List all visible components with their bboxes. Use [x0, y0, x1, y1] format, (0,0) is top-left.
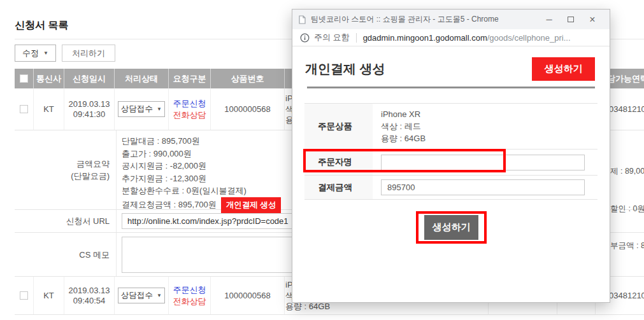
page-icon	[299, 15, 306, 24]
carrier-cell: KT	[34, 277, 64, 314]
right-partial-summary: 제 : 89,000 할인 : 0원 부금액 : 8	[610, 141, 644, 277]
request-type-cell: 주문신청 전화상담	[169, 277, 211, 314]
payment-amount-input[interactable]	[381, 179, 585, 195]
maximize-button[interactable]	[560, 11, 582, 29]
row-checkbox[interactable]	[20, 291, 28, 300]
payment-amount-label: 결제금액	[304, 176, 373, 199]
create-button-bottom[interactable]: 생성하기	[424, 215, 478, 240]
request-type-order: 주문신청	[173, 284, 206, 296]
applied-time: 09:41:30	[73, 109, 106, 120]
screen: 신청서 목록 수정 ▼ 처리하기 통신사 신청일시 처리상태 요청구분 상품번호…	[0, 0, 644, 320]
popup-content: 개인결제 생성 생성하기 주문상품 iPhone XR 색상 : 레드 용량 :…	[292, 46, 610, 302]
payment-amount-row: 결제금액	[304, 176, 597, 200]
chevron-down-icon: ▼	[43, 51, 48, 56]
payment-request-amount: 결제요청금액 : 895,700원	[122, 200, 217, 209]
url-path: /goods/cellphone_pri...	[487, 33, 571, 43]
summary-label-line1: 금액요약	[76, 158, 110, 170]
window-title: 팀넷코리아 스토어 :: 쇼핑몰 관리자 - 고도몰5 - Chrome	[311, 14, 538, 25]
product-color: 색상 : 레드	[381, 120, 597, 132]
orderer-name-input[interactable]	[381, 155, 585, 170]
header-goods-no: 상품번호	[211, 69, 285, 88]
row-checkbox[interactable]	[20, 105, 28, 113]
chevron-down-icon: ▼	[157, 293, 162, 298]
header-carrier: 통신사	[34, 69, 64, 88]
chrome-popup-window: 팀넷코리아 스토어 :: 쇼핑몰 관리자 - 고도몰5 - Chrome ─ ×…	[292, 9, 610, 303]
goods-no-cell: 1000000568	[211, 277, 285, 314]
chevron-down-icon: ▼	[157, 107, 162, 112]
goods-no-cell: 1000000568	[211, 88, 285, 130]
create-button-top[interactable]: 생성하기	[532, 57, 595, 81]
request-type-cell: 주문신청 전화상담	[169, 88, 211, 130]
applied-at-cell: 2019.03.13 09:41:30	[64, 88, 115, 130]
url-row-label: 신청서 URL	[15, 210, 117, 232]
orderer-name-label: 주문자명	[304, 150, 373, 175]
popup-heading: 개인결제 생성	[305, 60, 385, 78]
status-select-value: 상담접수	[121, 290, 153, 301]
window-titlebar[interactable]: 팀넷코리아 스토어 :: 쇼핑몰 관리자 - 고도몰5 - Chrome ─ ×	[292, 10, 610, 29]
window-controls: ─ ×	[538, 11, 603, 29]
orderer-name-row: 주문자명	[304, 150, 597, 176]
status-select[interactable]: 상담접수 ▼	[118, 101, 165, 117]
partial-line: 제 : 89,000	[610, 165, 644, 178]
payment-form: 주문상품 iPhone XR 색상 : 레드 용량 : 64GB 주문자명 결제…	[304, 103, 597, 200]
page-title: 신청서 목록	[15, 19, 68, 32]
divider	[356, 33, 357, 43]
applied-at-cell: 2019.03.13 09:40:54	[64, 277, 115, 314]
status-select[interactable]: 상담접수 ▼	[118, 288, 165, 303]
security-status-label[interactable]: 주의 요함	[314, 32, 350, 43]
maximize-icon	[568, 17, 574, 22]
action-select[interactable]: 수정 ▼	[15, 45, 56, 62]
memo-row-label: CS 메모	[15, 233, 117, 276]
divider	[307, 87, 595, 88]
header-checkbox-cell	[15, 69, 34, 88]
applied-date: 2019.03.13	[68, 286, 110, 296]
order-product-value: iPhone XR 색상 : 레드 용량 : 64GB	[373, 104, 597, 149]
product-capacity: 용량 : 64GB	[381, 132, 597, 144]
create-personal-payment-button[interactable]: 개인결제 생성	[221, 197, 281, 214]
row-checkbox-cell	[15, 88, 34, 130]
row-checkbox-cell	[15, 277, 34, 314]
carrier-cell: KT	[34, 88, 64, 130]
close-button[interactable]: ×	[582, 11, 603, 29]
summary-label: 금액요약 (단말요금)	[15, 130, 117, 209]
payment-amount-value-cell	[373, 176, 597, 199]
url-domain: gdadmin.mingoon1.godomall.com	[363, 33, 487, 43]
summary-label-line2: (단말요금)	[71, 170, 110, 182]
product-name: iPhone XR	[381, 108, 597, 120]
info-icon[interactable]	[300, 33, 310, 43]
status-cell: 상담접수 ▼	[115, 277, 169, 314]
order-product-label: 주문상품	[304, 104, 373, 149]
select-all-checkbox[interactable]	[20, 74, 28, 83]
orderer-name-value-cell	[373, 150, 597, 175]
address-bar[interactable]: 주의 요함 gdadmin.mingoon1.godomall.com/good…	[292, 29, 610, 46]
process-button[interactable]: 처리하기	[62, 45, 115, 62]
minimize-button[interactable]: ─	[538, 11, 560, 29]
status-select-value: 상담접수	[121, 104, 153, 115]
applied-date: 2019.03.13	[68, 99, 110, 109]
order-product-row: 주문상품 iPhone XR 색상 : 레드 용량 : 64GB	[304, 104, 597, 150]
applied-time: 09:40:54	[73, 296, 106, 306]
partial-line: 부금액 : 8	[610, 240, 644, 253]
status-cell: 상담접수 ▼	[115, 88, 169, 130]
header-status: 처리상태	[115, 69, 169, 88]
request-type-call: 전화상담	[173, 109, 206, 121]
header-applied-at: 신청일시	[64, 69, 115, 88]
header-request-type: 요청구분	[169, 69, 211, 88]
partial-line: 할인 : 0원	[610, 203, 644, 216]
request-type-call: 전화상담	[173, 296, 206, 307]
request-type-order: 주문신청	[173, 98, 206, 109]
action-select-value: 수정	[22, 48, 39, 59]
